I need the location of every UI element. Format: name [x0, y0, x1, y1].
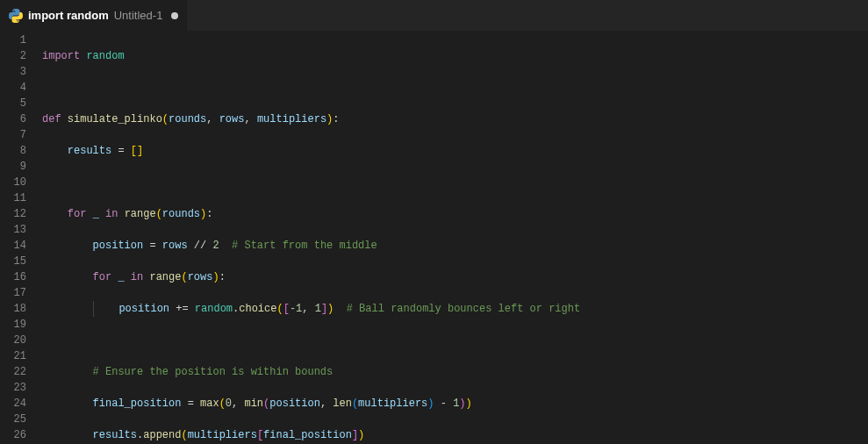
- line-number-gutter: 1234567891011121314151617181920212223242…: [0, 32, 42, 444]
- tab-bar: import random Untitled-1: [0, 0, 868, 31]
- tab-title: import random: [28, 9, 109, 22]
- tab-subtitle: Untitled-1: [114, 9, 163, 22]
- line-number: 21: [0, 348, 26, 364]
- editor-tab[interactable]: import random Untitled-1: [0, 0, 188, 31]
- line-number: 23: [0, 380, 26, 396]
- line-number: 17: [0, 285, 26, 301]
- line-number: 1: [0, 32, 26, 48]
- line-number: 22: [0, 364, 26, 380]
- line-number: 20: [0, 333, 26, 348]
- line-number: 4: [0, 80, 26, 96]
- line-number: 2: [0, 48, 26, 64]
- line-number: 8: [0, 143, 26, 159]
- code-editor[interactable]: 1234567891011121314151617181920212223242…: [0, 31, 868, 444]
- dirty-indicator-icon[interactable]: [171, 12, 178, 19]
- line-number: 18: [0, 301, 26, 317]
- python-icon: [9, 9, 23, 23]
- line-number: 25: [0, 412, 26, 427]
- line-number: 26: [0, 427, 26, 443]
- line-number: 6: [0, 111, 26, 127]
- line-number: 11: [0, 190, 26, 206]
- line-number: 7: [0, 127, 26, 143]
- line-number: 19: [0, 317, 26, 333]
- line-number: 13: [0, 222, 26, 238]
- line-number: 10: [0, 175, 26, 190]
- line-number: 9: [0, 159, 26, 175]
- line-number: 14: [0, 238, 26, 254]
- line-number: 24: [0, 396, 26, 412]
- line-number: 5: [0, 96, 26, 111]
- line-number: 12: [0, 206, 26, 222]
- line-number: 16: [0, 269, 26, 285]
- code-area[interactable]: import random def simulate_plinko(rounds…: [42, 32, 868, 444]
- line-number: 3: [0, 64, 26, 80]
- line-number: 15: [0, 254, 26, 269]
